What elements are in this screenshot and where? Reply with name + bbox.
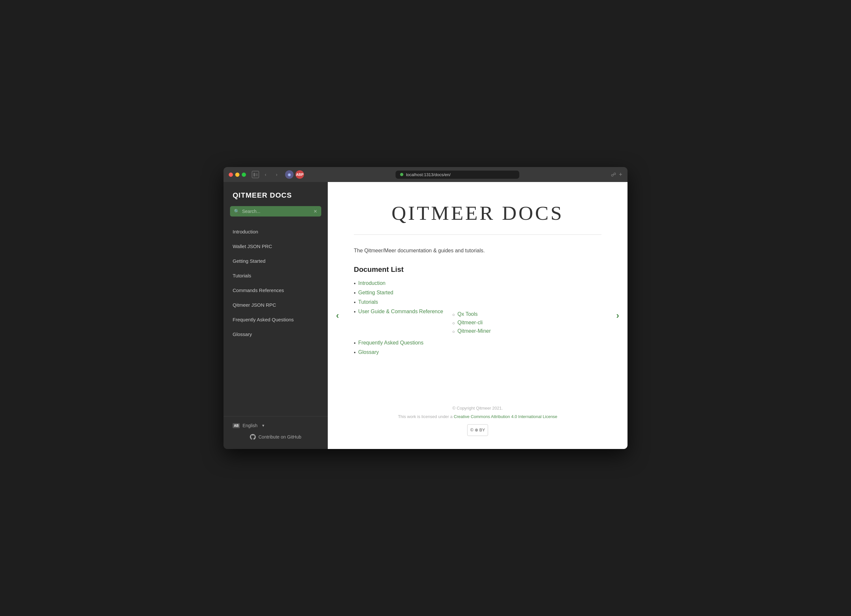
sidebar-item-tutorials[interactable]: Tutorials	[224, 268, 328, 283]
list-item-qitmeer-miner: Qitmeer-Miner	[452, 328, 491, 334]
link-qx-tools[interactable]: Qx Tools	[457, 311, 478, 317]
link-tutorials[interactable]: Tutorials	[358, 299, 378, 305]
list-item-faq: Frequently Asked Questions	[354, 340, 601, 346]
link-qitmeer-cli[interactable]: Qitmeer-cli	[457, 320, 483, 325]
sidebar-item-glossary[interactable]: Glossary	[224, 327, 328, 342]
github-link[interactable]: Contribute on GitHub	[233, 434, 319, 440]
sidebar-item-faq[interactable]: Frequently Asked Questions	[224, 312, 328, 327]
github-label: Contribute on GitHub	[259, 434, 301, 439]
list-item-glossary: Glossary	[354, 349, 601, 355]
content-body: QITMEER DOCS The Qitmeer/Meer documentat…	[328, 182, 627, 394]
svg-rect-3	[256, 175, 258, 176]
github-icon	[250, 434, 256, 440]
page-title: QITMEER DOCS	[354, 202, 601, 225]
sidebar-logo-text: QITMEER DOCS	[233, 191, 292, 199]
list-item-qitmeer-cli: Qitmeer-cli	[452, 320, 491, 325]
language-label: English	[242, 423, 257, 428]
sidebar-item-introduction[interactable]: Introduction	[224, 224, 328, 239]
title-divider	[354, 234, 601, 235]
url-bar-container: localhost:1313/docs/en/	[308, 171, 607, 179]
content-footer: © Copyright Qitmeer 2021. This work is l…	[328, 394, 627, 449]
sidebar-item-getting-started[interactable]: Getting Started	[224, 253, 328, 268]
adblock-extension-icon[interactable]: ABP	[296, 170, 304, 179]
sidebar-logo: QITMEER DOCS	[224, 182, 328, 206]
language-icon: AB	[233, 423, 240, 428]
cc-badge: © ⊕ BY	[467, 424, 488, 436]
svg-rect-2	[256, 174, 258, 175]
chevron-down-icon: ▼	[261, 424, 265, 427]
secure-indicator	[400, 173, 403, 176]
traffic-light-green[interactable]	[242, 172, 246, 177]
intro-text: The Qitmeer/Meer documentation & guides …	[354, 246, 601, 255]
traffic-light-yellow[interactable]	[235, 172, 239, 177]
link-qitmeer-miner[interactable]: Qitmeer-Miner	[457, 328, 491, 334]
browser-content: QITMEER DOCS 🔍 ✕ Introduction Wallet JSO…	[224, 182, 627, 449]
list-item-tutorials: Tutorials	[354, 299, 601, 306]
sidebar-item-qitmeer-json-rpc[interactable]: Qitmeer JSON RPC	[224, 298, 328, 312]
nav-arrow-right[interactable]: ›	[610, 308, 625, 323]
link-introduction[interactable]: Introduction	[358, 280, 386, 286]
link-user-guide[interactable]: User Guide & Commands Reference	[358, 309, 444, 315]
license-text: This work is licensed under a Creative C…	[334, 412, 621, 421]
sidebar-item-wallet-json-prc[interactable]: Wallet JSON PRC	[224, 239, 328, 253]
traffic-light-red[interactable]	[229, 172, 233, 177]
search-input[interactable]	[242, 209, 311, 214]
doc-list-heading: Document List	[354, 265, 601, 274]
doc-sublist-user-guide: Qx Tools Qitmeer-cli Qitmeer-Miner	[446, 311, 491, 337]
document-list: Introduction Getting Started Tutorials U…	[354, 280, 601, 355]
browser-controls: ‹ ›	[252, 171, 281, 178]
browser-window: ‹ › ◉ ABP localhost:1313/docs/en/ ☍ + QI…	[224, 167, 627, 449]
list-item-getting-started: Getting Started	[354, 290, 601, 296]
list-item-user-guide: User Guide & Commands Reference Qx Tools…	[354, 309, 601, 337]
sidebar-toggle-icon[interactable]	[252, 171, 259, 178]
nav-arrow-left[interactable]: ‹	[330, 308, 345, 323]
url-text: localhost:1313/docs/en/	[406, 172, 451, 177]
browser-right-controls: ☍ +	[611, 171, 622, 178]
search-clear-icon[interactable]: ✕	[313, 209, 317, 214]
sidebar-nav: Introduction Wallet JSON PRC Getting Sta…	[224, 224, 328, 416]
language-selector[interactable]: AB English ▼	[233, 423, 319, 428]
list-item-introduction: Introduction	[354, 280, 601, 286]
copyright-text: © Copyright Qitmeer 2021.	[334, 404, 621, 412]
search-icon: 🔍	[234, 209, 239, 214]
sidebar-search[interactable]: 🔍 ✕	[230, 206, 321, 216]
sidebar-item-commands-references[interactable]: Commands References	[224, 283, 328, 298]
cc-badge-container: © ⊕ BY	[334, 421, 621, 436]
browser-chrome: ‹ › ◉ ABP localhost:1313/docs/en/ ☍ +	[224, 167, 627, 182]
forward-button[interactable]: ›	[272, 171, 281, 178]
back-button[interactable]: ‹	[261, 171, 270, 178]
privacy-extension-icon[interactable]: ◉	[285, 170, 293, 179]
traffic-lights	[229, 172, 246, 177]
main-content: ‹ QITMEER DOCS The Qitmeer/Meer document…	[328, 182, 627, 449]
link-faq[interactable]: Frequently Asked Questions	[358, 340, 424, 346]
sidebar-footer: AB English ▼ Contribute on GitHub	[224, 416, 328, 449]
list-item-qx-tools: Qx Tools	[452, 311, 491, 317]
shield-icon[interactable]: ☍	[611, 172, 616, 178]
svg-rect-0	[254, 173, 255, 177]
link-glossary[interactable]: Glossary	[358, 349, 379, 355]
license-link[interactable]: Creative Commons Attribution 4.0 Interna…	[454, 414, 558, 419]
extension-icons: ◉ ABP	[285, 170, 304, 179]
url-bar[interactable]: localhost:1313/docs/en/	[395, 171, 519, 179]
link-getting-started[interactable]: Getting Started	[358, 290, 394, 296]
svg-rect-1	[256, 174, 258, 174]
new-tab-button[interactable]: +	[619, 171, 622, 178]
sidebar: QITMEER DOCS 🔍 ✕ Introduction Wallet JSO…	[224, 182, 328, 449]
